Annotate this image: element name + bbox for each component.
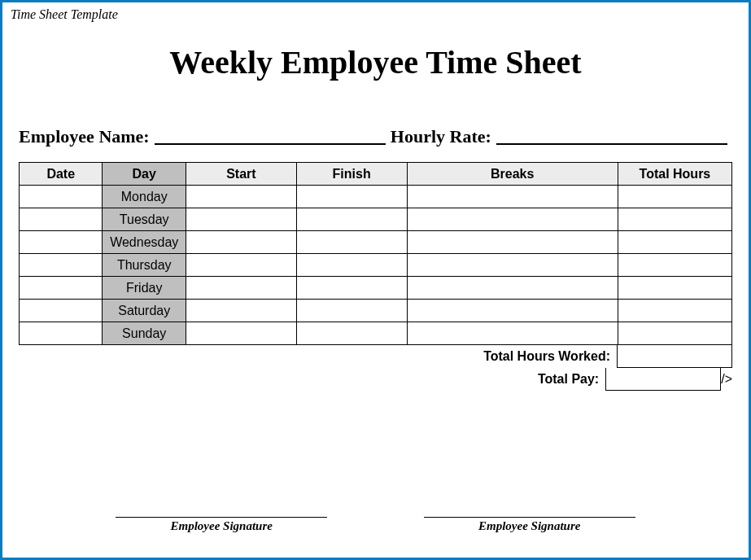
cell-date[interactable] [20,254,103,277]
col-day: Day [103,163,186,186]
cell-finish[interactable] [296,254,407,277]
cell-day: Thursday [103,254,186,277]
total-pay-label: Total Pay: [538,368,605,391]
cell-total-hours[interactable] [618,231,731,254]
cell-breaks[interactable] [407,277,618,300]
cell-date[interactable] [20,231,103,254]
col-finish: Finish [296,163,407,186]
table-row: Thursday [20,254,732,277]
total-pay-row: Total Pay: /> [19,368,732,391]
cell-day: Wednesday [103,231,186,254]
timesheet-table: Date Day Start Finish Breaks Total Hours… [19,162,732,345]
signature-line-right[interactable] [424,517,635,518]
cell-finish[interactable] [296,231,407,254]
cell-start[interactable] [186,300,296,322]
cell-total-hours[interactable] [618,208,731,231]
cell-total-hours[interactable] [618,186,731,208]
cell-date[interactable] [20,186,103,208]
signature-left-label: Employee Signature [171,519,273,532]
total-hours-worked-label: Total Hours Worked: [483,345,617,368]
cell-day: Tuesday [103,208,186,231]
cell-day: Saturday [103,300,186,322]
table-row: Saturday [20,300,732,322]
timesheet-frame: Time Sheet Template Weekly Employee Time… [0,0,751,560]
hourly-rate-input-line[interactable] [496,127,727,145]
total-pay-box[interactable] [605,368,721,391]
table-row: Monday [20,186,732,208]
col-date: Date [20,163,103,186]
cell-start[interactable] [186,208,296,231]
cell-day: Friday [103,277,186,300]
cell-breaks[interactable] [407,186,618,208]
signature-right: Employee Signature [424,517,635,533]
table-row: Sunday [20,322,732,345]
table-body: Monday Tuesday Wednesday [20,186,732,345]
cell-breaks[interactable] [407,254,618,277]
table-row: Wednesday [20,231,732,254]
cell-start[interactable] [186,254,296,277]
cell-finish[interactable] [296,208,407,231]
table-header-row: Date Day Start Finish Breaks Total Hours [20,163,732,186]
total-hours-worked-row: Total Hours Worked: [19,345,732,368]
cell-breaks[interactable] [407,300,618,322]
cell-total-hours[interactable] [618,254,731,277]
hourly-rate-label: Hourly Rate: [391,126,491,147]
cell-breaks[interactable] [407,322,618,345]
cell-date[interactable] [20,300,103,322]
col-start: Start [186,163,296,186]
cell-total-hours[interactable] [618,277,731,300]
header-label: Time Sheet Template [11,7,118,22]
cell-finish[interactable] [296,300,407,322]
cell-start[interactable] [186,186,296,208]
cell-start[interactable] [186,231,296,254]
table-row: Tuesday [20,208,732,231]
signature-left: Employee Signature [116,517,327,533]
cell-breaks[interactable] [407,208,618,231]
cell-date[interactable] [20,322,103,345]
table-row: Friday [20,277,732,300]
cell-start[interactable] [186,322,296,345]
cell-day: Sunday [103,322,186,345]
meta-row: Employee Name: Hourly Rate: [19,126,732,147]
total-hours-worked-box[interactable] [617,345,732,368]
totals-section: Total Hours Worked: Total Pay: /> [19,345,732,391]
signature-line-left[interactable] [116,517,327,518]
cell-start[interactable] [186,277,296,300]
cell-total-hours[interactable] [618,300,731,322]
employee-name-label: Employee Name: [19,126,150,147]
page-title: Weekly Employee Time Sheet [2,43,749,81]
cell-breaks[interactable] [407,231,618,254]
signatures-row: Employee Signature Employee Signature [2,517,749,533]
signature-right-label: Employee Signature [478,519,580,532]
cell-day: Monday [103,186,186,208]
col-total-hours: Total Hours [618,163,731,186]
cell-finish[interactable] [296,277,407,300]
col-breaks: Breaks [407,163,618,186]
cell-finish[interactable] [296,322,407,345]
employee-name-input-line[interactable] [155,127,386,145]
cell-total-hours[interactable] [618,322,731,345]
cell-finish[interactable] [296,186,407,208]
cell-date[interactable] [20,208,103,231]
cell-date[interactable] [20,277,103,300]
